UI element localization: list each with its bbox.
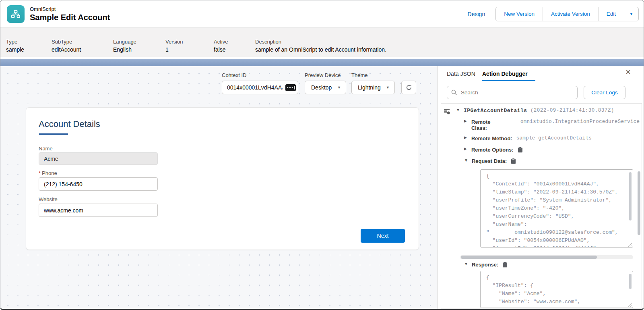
- resize-handle[interactable]: [628, 243, 632, 247]
- metadata-bar: Typesample SubTypeeditAccount LanguageEn…: [0, 27, 644, 57]
- chevron-down-icon: ▼: [337, 85, 341, 89]
- more-actions-button[interactable]: ▼: [624, 7, 638, 21]
- log-row-remote-options: ▶ Remote Options:: [464, 147, 523, 154]
- search-icon: [451, 89, 458, 98]
- theme-banner: [0, 59, 644, 66]
- log-row-response: ▼ Response:: [464, 262, 508, 269]
- header-actions: Design New Version Activate Version Edit…: [468, 7, 639, 21]
- autofill-badge-icon[interactable]: [285, 84, 296, 93]
- context-id-input[interactable]: [222, 84, 283, 91]
- edit-button[interactable]: Edit: [598, 7, 624, 21]
- close-icon[interactable]: ×: [625, 68, 631, 77]
- clipboard-icon[interactable]: [502, 262, 508, 269]
- website-input[interactable]: [39, 204, 158, 217]
- active-tab-underline: [482, 80, 535, 81]
- theme-select[interactable]: Lightning ▼: [351, 81, 395, 94]
- tab-data-json[interactable]: Data JSON: [447, 71, 475, 77]
- main-area: Context ID Preview Device Desktop ▼ Them…: [0, 66, 644, 309]
- refresh-icon: [406, 84, 412, 91]
- log-row-remote-method: ▶ Remote Method: sample_getAccountDetail…: [464, 135, 592, 141]
- action-button-group: New Version Activate Version Edit ▼: [495, 7, 639, 21]
- debugger-panel: Data JSON Action Debugger × Clear Logs: [437, 66, 644, 309]
- context-id-label: Context ID: [222, 72, 246, 78]
- log-list: ▼ IPGetAccountDetails (2022-09-21T14:41:…: [441, 103, 642, 309]
- omniscript-step-card: Account Details Name *Phone Website Next: [26, 107, 419, 250]
- log-action-name: IPGetAccountDetails: [464, 108, 527, 114]
- phone-input[interactable]: [39, 177, 158, 191]
- log-row-remote-class: ▶ Remote Class: omnistudio.IntegrationPr…: [464, 119, 640, 131]
- meta-type: Typesample: [6, 39, 24, 53]
- phone-label: *Phone: [39, 170, 57, 176]
- step-title: Account Details: [39, 119, 100, 129]
- debugger-search: [447, 86, 578, 99]
- header: OmniScript Sample Edit Account Design Ne…: [0, 0, 644, 27]
- meta-version: Version1: [165, 39, 183, 53]
- textarea-scrollbar[interactable]: [629, 172, 632, 221]
- caret-right-icon[interactable]: ▶: [464, 147, 467, 151]
- entity-heading: OmniScript Sample Edit Account: [30, 6, 110, 22]
- caret-down-icon[interactable]: ▼: [464, 158, 468, 162]
- activate-version-button[interactable]: Activate Version: [543, 7, 598, 21]
- search-input[interactable]: [447, 86, 578, 99]
- caret-right-icon[interactable]: ▶: [464, 119, 467, 123]
- new-version-button[interactable]: New Version: [496, 7, 543, 21]
- caret-down-icon[interactable]: ▼: [464, 262, 468, 266]
- log-entry-header: ▼ IPGetAccountDetails (2022-09-21T14:41:…: [444, 108, 614, 116]
- chevron-down-icon: ▼: [630, 12, 633, 16]
- title-underline: [39, 133, 68, 135]
- request-data-textarea[interactable]: { "ContextId": "0014x00001LvdH4AAJ", "ti…: [480, 169, 633, 248]
- chevron-down-icon: ▼: [386, 85, 390, 89]
- next-button[interactable]: Next: [361, 229, 405, 243]
- name-label: Name: [39, 146, 53, 152]
- tab-action-debugger[interactable]: Action Debugger: [482, 71, 528, 77]
- response-textarea[interactable]: { "IPResult": { "Name": "Acme", "Website…: [480, 271, 633, 308]
- caret-right-icon[interactable]: ▶: [464, 135, 467, 139]
- textarea-scrollbar[interactable]: [629, 274, 632, 289]
- preview-canvas: Context ID Preview Device Desktop ▼ Them…: [0, 66, 437, 309]
- clipboard-icon[interactable]: [511, 158, 516, 166]
- horizontal-scrollbar[interactable]: [460, 255, 633, 259]
- omniscript-icon: [7, 5, 25, 23]
- name-input: [39, 152, 158, 165]
- app-label: OmniScript: [30, 6, 110, 12]
- app-window: OmniScript Sample Edit Account Design Ne…: [0, 0, 644, 310]
- meta-language: LanguageEnglish: [113, 39, 136, 53]
- context-id-field: [222, 81, 298, 94]
- clipboard-icon[interactable]: [518, 147, 523, 154]
- preview-device-select[interactable]: Desktop ▼: [305, 81, 346, 94]
- vertical-scrollbar-thumb[interactable]: [638, 171, 640, 235]
- design-link[interactable]: Design: [468, 11, 485, 17]
- log-list-icon: [444, 108, 450, 116]
- log-row-request-data: ▼ Request Data:: [464, 158, 516, 166]
- theme-label: Theme: [351, 72, 367, 78]
- meta-description: Descriptionsample of an OmniScript to ed…: [255, 39, 386, 53]
- meta-subtype: SubTypeeditAccount: [52, 39, 81, 53]
- page-title: Sample Edit Account: [30, 13, 110, 22]
- website-label: Website: [39, 196, 58, 202]
- log-timestamp: (2022-09-21T14:41:30.837Z): [530, 108, 614, 113]
- meta-active: Activefalse: [214, 39, 228, 53]
- scrollbar-thumb[interactable]: [461, 256, 597, 259]
- required-asterisk: *: [39, 170, 41, 176]
- refresh-button[interactable]: [401, 81, 416, 94]
- clear-logs-button[interactable]: Clear Logs: [584, 86, 625, 99]
- resize-handle[interactable]: [628, 303, 632, 307]
- preview-device-label: Preview Device: [305, 72, 341, 78]
- caret-down-icon[interactable]: ▼: [456, 108, 460, 112]
